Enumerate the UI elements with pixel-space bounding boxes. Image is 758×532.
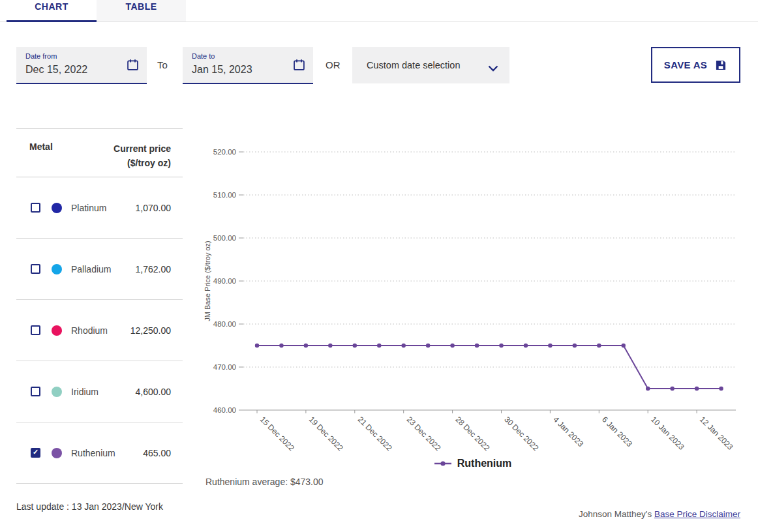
tab-chart[interactable]: CHART <box>7 0 97 22</box>
y-tick-label: 510.00 <box>213 191 236 199</box>
data-point <box>304 344 308 347</box>
date-from-input[interactable]: Date from Dec 15, 2022 <box>16 47 147 84</box>
metal-checkbox[interactable] <box>31 203 40 213</box>
data-point <box>670 387 674 391</box>
x-tick-label: 6 Jan 2023 <box>600 415 634 449</box>
data-point <box>548 344 552 347</box>
calendar-icon[interactable] <box>292 58 306 74</box>
metal-row: Platinum 1,070.00 <box>16 177 183 239</box>
date-preset-select[interactable]: Custom date selection <box>352 47 509 83</box>
price-header-line1: Current price <box>114 141 171 156</box>
data-point <box>475 344 479 347</box>
data-point <box>573 344 577 347</box>
date-to-input[interactable]: Date to Jan 15, 2023 <box>183 47 313 84</box>
data-point <box>328 344 332 347</box>
date-preset-value: Custom date selection <box>367 60 460 70</box>
x-tick-label: 15 Dec 2022 <box>258 415 296 452</box>
y-tick-label: 460.00 <box>213 406 236 414</box>
x-tick-label: 23 Dec 2022 <box>405 415 443 452</box>
save-icon <box>714 59 727 72</box>
y-tick-label: 480.00 <box>213 320 236 328</box>
metal-color-dot <box>52 203 62 213</box>
metal-price: 4,600.00 <box>136 387 172 397</box>
tab-bar: CHART TABLE <box>0 0 758 22</box>
data-point <box>622 344 626 347</box>
metal-row: Ruthenium 465.00 <box>16 422 183 484</box>
x-tick-label: 19 Dec 2022 <box>307 415 345 452</box>
to-label: To <box>157 59 168 70</box>
data-point <box>719 387 723 391</box>
metal-name: Ruthenium <box>71 448 115 458</box>
or-label: OR <box>326 59 341 70</box>
metal-row: Iridium 4,600.00 <box>16 361 183 422</box>
data-point <box>255 344 259 347</box>
x-tick-label: 30 Dec 2022 <box>502 415 540 452</box>
data-point <box>524 344 528 347</box>
metals-table-header: Metal Current price ($/troy oz) <box>16 128 183 177</box>
data-point <box>353 344 357 347</box>
metal-rows: Platinum 1,070.00 Palladium 1,762.00 Rho… <box>16 177 183 484</box>
price-column-header: Current price ($/troy oz) <box>114 141 171 170</box>
data-point <box>597 344 601 347</box>
metal-price: 12,250.00 <box>130 325 171 336</box>
chart-canvas: 460.00470.00480.00490.00500.00510.00520.… <box>202 143 744 456</box>
date-to-label: Date to <box>192 52 215 60</box>
metal-price: 1,762.00 <box>136 264 172 274</box>
y-tick-label: 500.00 <box>213 234 236 242</box>
x-tick-label: 21 Dec 2022 <box>356 415 394 452</box>
data-point <box>646 387 650 391</box>
y-tick-label: 470.00 <box>213 363 236 371</box>
data-point <box>499 344 503 347</box>
y-tick-label: 490.00 <box>213 277 236 285</box>
metal-price: 465.00 <box>143 448 171 458</box>
metal-checkbox[interactable] <box>31 387 40 396</box>
metals-table: Metal Current price ($/troy oz) Platinum… <box>16 128 183 484</box>
data-point <box>426 344 430 347</box>
metal-checkbox[interactable] <box>31 448 40 458</box>
data-point <box>695 387 699 391</box>
x-tick-label: 12 Jan 2023 <box>698 415 735 452</box>
data-point <box>450 344 454 347</box>
chevron-down-icon <box>488 63 498 74</box>
price-header-line2: ($/troy oz) <box>114 156 171 170</box>
x-tick-label: 4 Jan 2023 <box>551 415 585 449</box>
metal-checkbox[interactable] <box>31 264 40 274</box>
disclaimer-link[interactable]: Base Price Disclaimer <box>654 509 740 519</box>
date-to-value: Jan 15, 2023 <box>192 64 252 76</box>
metal-row: Rhodium 12,250.00 <box>16 300 183 361</box>
metal-name: Palladium <box>71 264 111 274</box>
metal-name: Rhodium <box>71 325 108 336</box>
x-tick-label: 28 Dec 2022 <box>453 415 491 452</box>
metal-color-dot <box>52 448 62 458</box>
disclaimer-text: Johnson Matthey's Base Price Disclaimer <box>579 509 740 519</box>
metal-color-dot <box>52 325 62 336</box>
average-text: Ruthenium average: $473.00 <box>205 477 324 487</box>
metal-row: Palladium 1,762.00 <box>16 239 183 300</box>
save-as-button[interactable]: SAVE AS <box>651 47 740 83</box>
last-update-text: Last update : 13 Jan 2023/New York <box>16 501 163 512</box>
data-point <box>402 344 406 347</box>
date-from-value: Dec 15, 2022 <box>25 64 87 76</box>
tab-table[interactable]: TABLE <box>97 0 186 22</box>
legend-item-ruthenium[interactable]: Ruthenium <box>202 458 744 469</box>
calendar-icon[interactable] <box>126 58 140 74</box>
metal-color-dot <box>52 264 62 274</box>
legend-marker-icon <box>434 460 451 467</box>
metal-name: Iridium <box>71 387 99 397</box>
metal-color-dot <box>52 387 62 397</box>
y-axis-label: JM Base Price ($/troy oz) <box>204 241 211 321</box>
x-tick-label: 10 Jan 2023 <box>649 415 686 452</box>
data-point <box>279 344 283 347</box>
disclaimer-prefix: Johnson Matthey's <box>579 509 654 519</box>
legend-label: Ruthenium <box>457 458 512 469</box>
metal-checkbox[interactable] <box>31 325 40 335</box>
price-chart: 460.00470.00480.00490.00500.00510.00520.… <box>202 143 744 469</box>
metal-price: 1,070.00 <box>136 203 172 213</box>
metal-column-header: Metal <box>29 141 53 152</box>
metal-name: Platinum <box>71 203 106 213</box>
save-as-label: SAVE AS <box>664 59 707 70</box>
date-from-label: Date from <box>25 52 57 60</box>
y-tick-label: 520.00 <box>213 148 236 156</box>
data-point <box>377 344 381 347</box>
